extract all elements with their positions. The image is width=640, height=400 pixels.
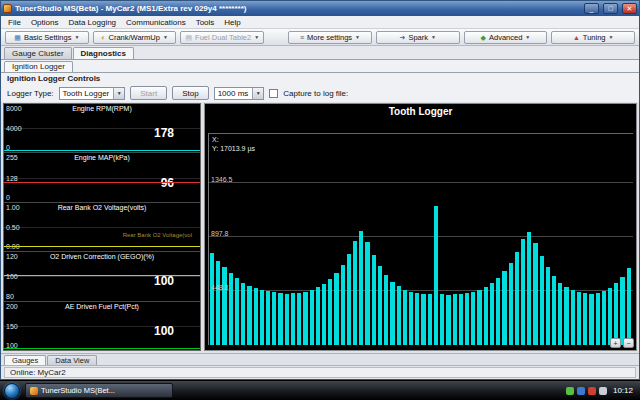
- gauge-scale-min: 0: [6, 194, 10, 201]
- stop-button[interactable]: Stop: [172, 86, 208, 100]
- gauge-scale-mid: 0.50: [6, 224, 20, 231]
- tooth-bar: [620, 277, 624, 345]
- gauge-scale-max: 8000: [6, 105, 22, 112]
- tooth-bar: [247, 286, 251, 345]
- close-button[interactable]: ✕: [622, 3, 637, 14]
- menu-data-logging[interactable]: Data Logging: [63, 18, 121, 27]
- toolbar-button-spark[interactable]: ➜Spark▼: [376, 31, 460, 44]
- tab-diagnostics[interactable]: Diagnostics: [73, 47, 134, 59]
- logger-controls-row: Logger Type: Tooth Logger ▼ Start Stop 1…: [1, 84, 639, 102]
- gauge-title: AE Driven Fuel Pct(Pct): [4, 303, 200, 310]
- gauge-scale-min: 80: [6, 293, 14, 300]
- tooth-bar: [210, 253, 214, 345]
- tooth-logger-plot[interactable]: X: Y: 17013.9 µs 448.8897.81346.5: [208, 133, 633, 345]
- toolbar-button-basic-settings[interactable]: ▦Basic Settings▼: [5, 31, 89, 44]
- chart-ytick-label: 448.8: [211, 284, 229, 291]
- interval-select[interactable]: 1000 ms ▼: [214, 87, 265, 100]
- gauge-title: Engine MAP(kPa): [4, 154, 200, 161]
- title-bar[interactable]: TunerStudio MS(Beta) - MyCar2 (MS1/Extra…: [1, 1, 639, 16]
- desktop: TunerStudio MS(Beta) - MyCar2 (MS1/Extra…: [0, 0, 640, 400]
- menu-help[interactable]: Help: [219, 18, 245, 27]
- tray-status-green-icon[interactable]: [566, 387, 574, 395]
- gauge-strip-rear-bank-o2-voltage-volts[interactable]: Rear Bank O2 Voltage(volts)1.000.500.00R…: [4, 203, 200, 252]
- gauge-trace-line: [4, 348, 200, 349]
- gauge-scale-max: 200: [6, 303, 18, 310]
- taskbar-item-tunerstudio[interactable]: TunerStudio MS(Bet...: [25, 383, 173, 398]
- toolbar-button-crank-warmup[interactable]: ◐Crank/WarmUp▼: [93, 31, 177, 44]
- gauge-strip-engine-map-kpa[interactable]: Engine MAP(kPa)255128096: [4, 153, 200, 202]
- connection-status: Online: MyCar2: [4, 367, 636, 378]
- menu-options[interactable]: Options: [26, 18, 64, 27]
- menu-file[interactable]: File: [3, 18, 26, 27]
- zoom-out-button[interactable]: −: [623, 338, 634, 348]
- ignition-logger-controls-title: Ignition Logger Controls: [1, 73, 639, 84]
- tooth-bar: [353, 241, 357, 345]
- tray-network-icon[interactable]: [577, 387, 585, 395]
- tray-alert-icon[interactable]: [588, 387, 596, 395]
- minimize-button[interactable]: _: [584, 3, 599, 14]
- chart-ytick-label: 897.8: [211, 230, 229, 237]
- tooth-bar: [421, 294, 425, 345]
- zoom-in-button[interactable]: +: [610, 338, 621, 348]
- gauge-scale-max: 120: [6, 253, 18, 260]
- cursor-x-readout: X:: [212, 135, 255, 144]
- tooth-bar: [359, 231, 363, 345]
- tooth-bar: [272, 292, 276, 345]
- toolbar-button-advanced[interactable]: ◆Advanced▼: [464, 31, 548, 44]
- bottom-tab-gauges[interactable]: Gauges: [4, 355, 46, 365]
- tooth-bar: [403, 290, 407, 345]
- tooth-bar: [459, 294, 463, 345]
- tooth-bar: [260, 290, 264, 345]
- start-button[interactable]: [4, 383, 20, 399]
- menu-communications[interactable]: Communications: [121, 18, 191, 27]
- gauge-trace-line: [4, 150, 200, 151]
- tooth-bars: [210, 134, 633, 345]
- tooth-bar: [316, 287, 320, 345]
- start-button[interactable]: Start: [130, 86, 167, 100]
- gauge-scale-mid: 100: [6, 273, 18, 280]
- tooth-bar: [571, 290, 575, 345]
- chevron-down-icon: ▼: [163, 34, 168, 40]
- toolbar-button-label: Crank/WarmUp: [109, 33, 160, 42]
- capture-to-log-checkbox[interactable]: [269, 89, 278, 98]
- gauge-value: 100: [154, 324, 174, 338]
- gauge-title: Rear Bank O2 Voltage(volts): [4, 204, 200, 211]
- chart-zoom-controls: + −: [610, 338, 634, 348]
- tooth-bar: [521, 239, 525, 345]
- tooth-bar: [334, 273, 338, 345]
- logger-type-select[interactable]: Tooth Logger ▼: [59, 87, 126, 100]
- gauge-strip-engine-rpm-rpm[interactable]: Engine RPM(RPM)800040000178: [4, 104, 200, 153]
- toolbar-button-tuning[interactable]: ▲Tuning▼: [551, 31, 635, 44]
- tooth-bar: [428, 294, 432, 345]
- chevron-down-icon[interactable]: ▼: [252, 88, 263, 99]
- gauge-scale-mid: 150: [6, 322, 18, 329]
- cursor-y-readout: Y: 17013.9 µs: [212, 144, 255, 153]
- tooth-bar: [589, 294, 593, 345]
- tooth-bar: [278, 293, 282, 345]
- toolbar-button-fuel-dual-table2[interactable]: ▤Fuel Dual Table2▼: [180, 31, 264, 44]
- tooth-bar: [322, 284, 326, 345]
- toolbar-button-more-settings[interactable]: ≡More settings▼: [288, 31, 372, 44]
- tooth-bar: [372, 255, 376, 345]
- chevron-down-icon: ▼: [608, 34, 613, 40]
- maximize-button[interactable]: □: [603, 3, 618, 14]
- sub-tab-row: Ignition Logger: [1, 60, 639, 73]
- tooth-bar: [291, 293, 295, 345]
- toolbar-button-label: Basic Settings: [24, 33, 72, 42]
- bottom-tab-data-view[interactable]: Data View: [47, 355, 97, 365]
- tray-volume-icon[interactable]: [599, 387, 607, 395]
- tooth-bar: [222, 267, 226, 345]
- tooth-bar: [477, 290, 481, 345]
- tab-gauge-cluster[interactable]: Gauge Cluster: [4, 47, 72, 59]
- gauge-trace-line: [4, 182, 200, 183]
- gauge-strip-ae-driven-fuel-pct-pct[interactable]: AE Driven Fuel Pct(Pct)200150100100: [4, 302, 200, 350]
- tooth-bar: [577, 292, 581, 345]
- tooth-bar: [440, 294, 444, 345]
- gauge-strip-o2-driven-correction-gego[interactable]: O2 Driven Correction (GEGO)(%)1201008010…: [4, 252, 200, 301]
- taskbar-clock[interactable]: 10:12: [610, 386, 636, 395]
- gauge-trace-line: [4, 275, 200, 276]
- chevron-down-icon[interactable]: ▼: [113, 88, 124, 99]
- advanced-icon: ◆: [481, 34, 486, 41]
- tab-ignition-logger[interactable]: Ignition Logger: [4, 61, 73, 72]
- menu-tools[interactable]: Tools: [191, 18, 220, 27]
